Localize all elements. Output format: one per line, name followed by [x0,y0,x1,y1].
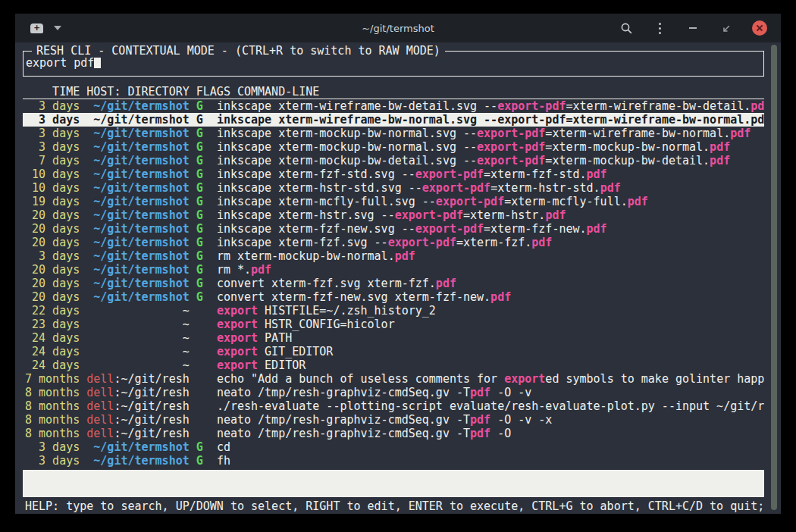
history-row[interactable]: 3 days ~/git/termshot G inkscape xterm-m… [23,140,764,154]
history-row[interactable]: 20 days ~/git/termshot G convert xterm-f… [23,277,764,290]
history-row[interactable]: 24 days ~ export PATH [23,331,764,345]
terminal-screen: RESH CLI - CONTEXTUAL MODE - (CTRL+R to … [15,42,781,514]
titlebar: + ~/git/termshot [15,14,781,42]
history-row[interactable]: 22 days ~ export HISTFILE=~/.zsh_history… [23,304,764,318]
desktop: + ~/git/termshot [0,0,796,532]
plus-glyph: + [34,23,39,33]
search-button[interactable] [619,20,634,36]
history-row[interactable]: 8 months dell:~/git/resh neato /tmp/resh… [23,427,764,440]
kebab-menu-icon [659,23,661,34]
history-row-selected[interactable]: 3 days ~/git/termshot G inkscape xterm-w… [23,113,764,127]
history-row[interactable]: 3 days ~/git/termshot G inkscape xterm-m… [23,127,764,140]
history-row[interactable]: 10 days ~/git/termshot G inkscape xterm-… [23,181,764,195]
menu-button[interactable] [652,20,667,36]
history-row[interactable]: 3 days ~/git/termshot G inkscape xterm-w… [23,99,764,113]
history-row[interactable]: 8 months dell:~/git/resh neato /tmp/resh… [23,386,764,399]
history-row[interactable]: 7 months dell:~/git/resh echo "Add a bun… [23,372,764,386]
history-row[interactable]: 7 days ~/git/termshot G inkscape xterm-m… [23,154,764,167]
history-row[interactable]: 20 days ~/git/termshot G convert xterm-f… [23,290,764,304]
close-button[interactable] [752,20,767,36]
window-title: ~/git/termshot [362,23,434,34]
terminal-window: + ~/git/termshot [15,14,781,514]
history-row[interactable]: 10 days ~/git/termshot G inkscape xterm-… [23,167,764,181]
history-row[interactable]: 3 days ~/git/termshot G fh [23,454,764,468]
new-tab-button[interactable]: + [30,23,61,33]
history-row[interactable]: 20 days ~/git/termshot G inkscape xterm-… [23,222,764,236]
history-row[interactable]: 3 days ~/git/termshot G rm xterm-mockup-… [23,249,764,263]
text-cursor [94,57,101,68]
table-header: TIME HOST: DIRECTORY FLAGS COMMAND-LINE [23,85,764,99]
history-row[interactable]: 23 days ~ export HSTR_CONFIG=hicolor [23,318,764,331]
resh-search-box[interactable]: RESH CLI - CONTEXTUAL MODE - (CTRL+R to … [23,51,764,77]
scrollbar[interactable] [771,45,777,510]
restore-icon [722,23,732,33]
history-row[interactable]: 20 days ~/git/termshot G rm *.pdf [23,263,764,277]
help-line: HELP: type to search, UP/DOWN to select,… [23,499,781,513]
history-row[interactable]: 8 months dell:~/git/resh ./resh-evaluate… [23,399,764,413]
minimize-icon [689,27,697,29]
search-input[interactable]: export pdf [26,56,94,70]
history-row[interactable]: 8 months dell:~/git/resh neato /tmp/resh… [23,413,764,427]
history-row[interactable]: 19 days ~/git/termshot G inkscape xterm-… [23,195,764,208]
history-row[interactable]: 20 days ~/git/termshot G inkscape xterm-… [23,208,764,222]
history-row[interactable]: 24 days ~ export EDITOR [23,358,764,372]
history-list: 3 days ~/git/termshot G inkscape xterm-w… [23,99,764,468]
status-bar: 2020-05-07 17:17:28 tower:~/git/termshot… [23,470,764,497]
chevron-down-icon [54,26,61,30]
search-icon [620,22,633,35]
history-row[interactable]: 24 days ~ export GIT_EDITOR [23,345,764,358]
new-tab-icon: + [30,23,43,33]
minimize-button[interactable] [685,20,700,36]
history-row[interactable]: 20 days ~/git/termshot G inkscape xterm-… [23,236,764,249]
restore-button[interactable] [719,20,734,36]
history-row[interactable]: 3 days ~/git/termshot G cd [23,440,764,454]
search-box-title: RESH CLI - CONTEXTUAL MODE - (CTRL+R to … [32,44,445,58]
